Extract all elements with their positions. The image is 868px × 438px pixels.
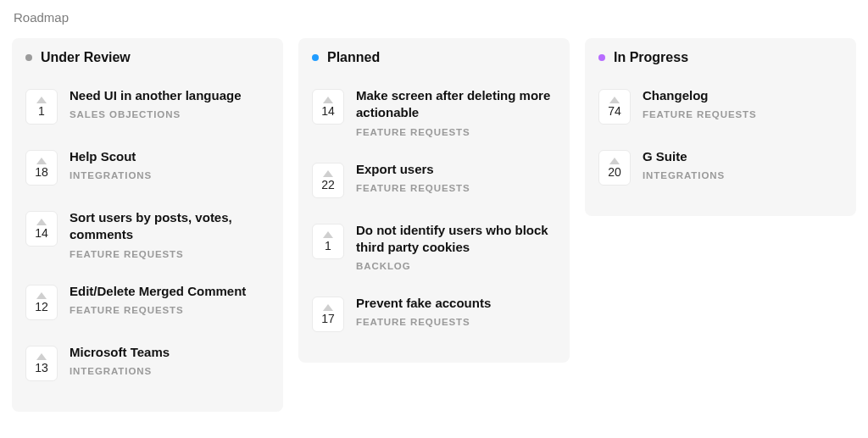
svg-marker-0 — [36, 97, 47, 103]
column-in-progress: In Progress74ChangelogFEATURE REQUESTS20… — [585, 38, 856, 216]
card-title[interactable]: Changelog — [643, 87, 841, 104]
card-category: FEATURE REQUESTS — [356, 127, 554, 137]
card-title[interactable]: Make screen after deleting more actionab… — [356, 87, 554, 122]
roadmap-card: 20G SuiteINTEGRATIONS — [597, 141, 844, 197]
roadmap-card: 13Microsoft TeamsINTEGRATIONS — [24, 337, 271, 393]
column-header: Under Review — [24, 50, 271, 65]
card-title[interactable]: Need UI in another language — [70, 87, 268, 104]
svg-marker-3 — [36, 292, 47, 299]
card-category: INTEGRATIONS — [643, 170, 841, 180]
column-header: Planned — [310, 50, 558, 65]
caret-up-icon — [609, 158, 620, 164]
vote-count: 74 — [608, 105, 621, 117]
card-category: FEATURE REQUESTS — [70, 249, 268, 259]
upvote-button[interactable]: 14 — [25, 211, 58, 247]
caret-up-icon — [36, 97, 47, 103]
status-dot-icon — [25, 54, 32, 61]
status-dot-icon — [598, 54, 605, 61]
card-title[interactable]: Sort users by posts, votes, comments — [70, 209, 268, 244]
vote-count: 14 — [321, 105, 335, 117]
card-title[interactable]: Help Scout — [70, 148, 268, 165]
card-category: INTEGRATIONS — [70, 366, 268, 376]
card-body: Help ScoutINTEGRATIONS — [70, 148, 268, 180]
card-body: Make screen after deleting more actionab… — [356, 87, 554, 137]
svg-marker-9 — [609, 97, 620, 103]
card-category: FEATURE REQUESTS — [356, 317, 554, 327]
roadmap-card: 22Export usersFEATURE REQUESTS — [310, 154, 558, 210]
roadmap-card: 14Sort users by posts, votes, commentsFE… — [24, 202, 271, 271]
card-category: BACKLOG — [356, 261, 554, 271]
roadmap-card: 12Edit/Delete Merged CommentFEATURE REQU… — [24, 276, 271, 332]
roadmap-card: 18Help ScoutINTEGRATIONS — [24, 141, 271, 197]
card-body: Edit/Delete Merged CommentFEATURE REQUES… — [70, 283, 268, 315]
svg-marker-4 — [36, 353, 47, 360]
card-category: FEATURE REQUESTS — [356, 183, 554, 193]
svg-marker-7 — [323, 231, 333, 238]
vote-count: 1 — [38, 105, 45, 117]
caret-up-icon — [36, 158, 47, 164]
upvote-button[interactable]: 13 — [25, 346, 58, 381]
card-category: FEATURE REQUESTS — [70, 305, 268, 315]
card-title[interactable]: Edit/Delete Merged Comment — [70, 283, 268, 300]
caret-up-icon — [323, 231, 333, 238]
card-title[interactable]: G Suite — [643, 148, 841, 165]
card-category: INTEGRATIONS — [70, 170, 268, 180]
vote-count: 20 — [608, 166, 621, 178]
card-category: SALES OBJECTIONS — [70, 109, 268, 119]
svg-marker-5 — [323, 97, 333, 103]
upvote-button[interactable]: 1 — [25, 89, 58, 125]
upvote-button[interactable]: 14 — [312, 89, 344, 125]
card-title[interactable]: Microsoft Teams — [70, 344, 268, 361]
column-header: In Progress — [597, 50, 844, 65]
upvote-button[interactable]: 20 — [598, 150, 631, 186]
card-body: Export usersFEATURE REQUESTS — [356, 161, 554, 193]
caret-up-icon — [36, 353, 47, 360]
vote-count: 17 — [321, 313, 335, 324]
upvote-button[interactable]: 18 — [25, 150, 58, 186]
vote-count: 18 — [35, 166, 48, 178]
page-title: Roadmap — [14, 10, 856, 25]
roadmap-card: 1Need UI in another languageSALES OBJECT… — [24, 80, 271, 136]
status-dot-icon — [312, 54, 319, 61]
card-body: Need UI in another languageSALES OBJECTI… — [70, 87, 268, 119]
column-title: Planned — [327, 50, 380, 65]
roadmap-board: Under Review1Need UI in another language… — [12, 38, 856, 412]
roadmap-card: 1Do not identify users who block third p… — [310, 215, 558, 284]
vote-count: 13 — [35, 362, 48, 374]
card-title[interactable]: Export users — [356, 161, 554, 178]
column-title: In Progress — [614, 50, 688, 65]
upvote-button[interactable]: 74 — [598, 89, 631, 125]
upvote-button[interactable]: 1 — [312, 224, 344, 259]
vote-count: 22 — [321, 179, 335, 191]
svg-marker-2 — [36, 219, 47, 225]
column-planned: Planned14Make screen after deleting more… — [298, 38, 570, 363]
card-body: G SuiteINTEGRATIONS — [643, 148, 841, 180]
caret-up-icon — [36, 292, 47, 299]
vote-count: 12 — [35, 301, 48, 313]
svg-marker-10 — [609, 158, 620, 164]
card-body: Microsoft TeamsINTEGRATIONS — [70, 344, 268, 376]
upvote-button[interactable]: 17 — [312, 297, 344, 332]
svg-marker-8 — [323, 304, 333, 311]
card-title[interactable]: Prevent fake accounts — [356, 295, 554, 312]
svg-marker-1 — [36, 158, 47, 164]
upvote-button[interactable]: 12 — [25, 285, 58, 320]
column-title: Under Review — [41, 50, 131, 65]
card-body: Do not identify users who block third pa… — [356, 222, 554, 272]
roadmap-card: 17Prevent fake accountsFEATURE REQUESTS — [310, 288, 558, 344]
card-category: FEATURE REQUESTS — [643, 109, 841, 119]
upvote-button[interactable]: 22 — [312, 163, 344, 198]
caret-up-icon — [323, 97, 333, 103]
caret-up-icon — [609, 97, 620, 103]
caret-up-icon — [323, 170, 333, 177]
card-body: Sort users by posts, votes, commentsFEAT… — [70, 209, 268, 259]
roadmap-card: 14Make screen after deleting more action… — [310, 80, 558, 149]
svg-marker-6 — [323, 170, 333, 177]
card-body: Prevent fake accountsFEATURE REQUESTS — [356, 295, 554, 327]
caret-up-icon — [36, 219, 47, 225]
column-under-review: Under Review1Need UI in another language… — [12, 38, 283, 412]
vote-count: 14 — [35, 227, 48, 239]
card-title[interactable]: Do not identify users who block third pa… — [356, 222, 554, 257]
caret-up-icon — [323, 304, 333, 311]
vote-count: 1 — [325, 240, 331, 252]
